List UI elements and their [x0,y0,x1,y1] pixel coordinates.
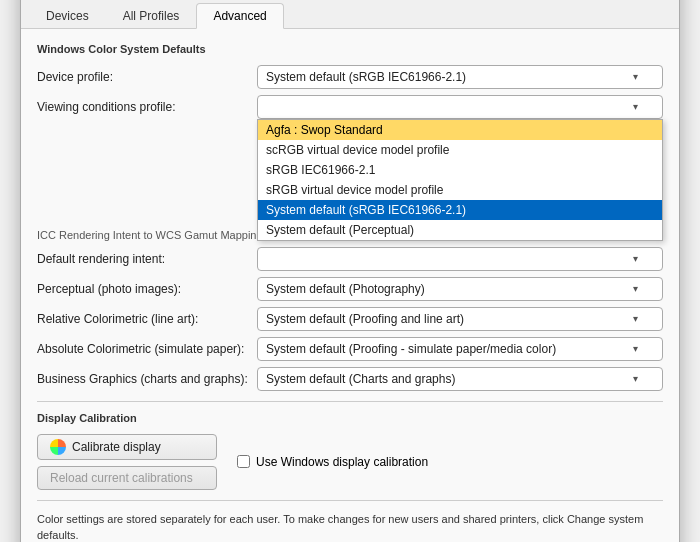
relative-select[interactable]: System default (Proofing and line art) ▾ [257,307,663,331]
absolute-label: Absolute Colorimetric (simulate paper): [37,342,257,356]
calibration-buttons: Calibrate display Reload current calibra… [37,434,217,490]
absolute-control: System default (Proofing - simulate pape… [257,337,663,361]
viewing-conditions-chevron: ▾ [633,101,638,112]
viewing-conditions-row: Viewing conditions profile: ▾ Agfa : Swo… [37,95,663,119]
device-profile-select[interactable]: System default (sRGB IEC61966-2.1) ▾ [257,65,663,89]
reload-label: Reload current calibrations [50,471,193,485]
perceptual-chevron: ▾ [633,283,638,294]
absolute-chevron: ▾ [633,343,638,354]
perceptual-select[interactable]: System default (Photography) ▾ [257,277,663,301]
icc-section: ICC Rendering Intent to WCS Gamut Mappin… [37,229,663,391]
relative-label: Relative Colorimetric (line art): [37,312,257,326]
device-profile-label: Device profile: [37,70,257,84]
viewing-conditions-dropdown: Agfa : Swop Standard scRGB virtual devic… [257,119,663,241]
calibrate-display-button[interactable]: Calibrate display [37,434,217,460]
absolute-row: Absolute Colorimetric (simulate paper): … [37,337,663,361]
business-control: System default (Charts and graphs) ▾ [257,367,663,391]
color-management-window: 🎨 Color Management ─ □ ✕ Devices All Pro… [20,0,680,542]
tab-all-profiles[interactable]: All Profiles [106,3,197,29]
relative-value: System default (Proofing and line art) [266,312,464,326]
relative-chevron: ▾ [633,313,638,324]
windows-calibration-row: Use Windows display calibration [237,455,428,469]
business-chevron: ▾ [633,373,638,384]
device-profile-control: System default (sRGB IEC61966-2.1) ▾ [257,65,663,89]
perceptual-value: System default (Photography) [266,282,425,296]
calibration-section: Display Calibration Calibrate display Re… [37,412,663,490]
business-value: System default (Charts and graphs) [266,372,455,386]
reload-calibrations-button[interactable]: Reload current calibrations [37,466,217,490]
absolute-select[interactable]: System default (Proofing - simulate pape… [257,337,663,361]
dropdown-item-scrgb[interactable]: scRGB virtual device model profile [258,140,662,160]
dropdown-item-system-perceptual[interactable]: System default (Perceptual) [258,220,662,240]
tab-advanced[interactable]: Advanced [196,3,283,29]
default-rendering-control: ▾ [257,247,663,271]
business-row: Business Graphics (charts and graphs): S… [37,367,663,391]
calibration-title: Display Calibration [37,412,663,424]
relative-control: System default (Proofing and line art) ▾ [257,307,663,331]
default-rendering-chevron: ▾ [633,253,638,264]
default-rendering-select[interactable]: ▾ [257,247,663,271]
viewing-conditions-label: Viewing conditions profile: [37,100,257,114]
viewing-conditions-control: ▾ Agfa : Swop Standard scRGB virtual dev… [257,95,663,119]
default-rendering-label: Default rendering intent: [37,252,257,266]
calibrate-label: Calibrate display [72,440,161,454]
dropdown-item-agfa[interactable]: Agfa : Swop Standard [258,120,662,140]
viewing-conditions-select[interactable]: ▾ [257,95,663,119]
relative-row: Relative Colorimetric (line art): System… [37,307,663,331]
dropdown-item-system-srgb[interactable]: System default (sRGB IEC61966-2.1) [258,200,662,220]
perceptual-label: Perceptual (photo images): [37,282,257,296]
use-windows-calibration-checkbox[interactable] [237,455,250,468]
use-windows-calibration-label: Use Windows display calibration [256,455,428,469]
content-area: Windows Color System Defaults Device pro… [21,29,679,543]
device-profile-row: Device profile: System default (sRGB IEC… [37,65,663,89]
footer-text: Color settings are stored separately for… [37,511,663,543]
absolute-value: System default (Proofing - simulate pape… [266,342,556,356]
calibrate-icon [50,439,66,455]
footer-divider [37,500,663,501]
dropdown-item-srgb-virtual[interactable]: sRGB virtual device model profile [258,180,662,200]
tab-devices[interactable]: Devices [29,3,106,29]
divider [37,401,663,402]
perceptual-row: Perceptual (photo images): System defaul… [37,277,663,301]
device-profile-chevron: ▾ [633,71,638,82]
dropdown-item-srgb-iec[interactable]: sRGB IEC61966-2.1 [258,160,662,180]
tab-bar: Devices All Profiles Advanced [21,0,679,29]
business-select[interactable]: System default (Charts and graphs) ▾ [257,367,663,391]
business-label: Business Graphics (charts and graphs): [37,372,257,386]
perceptual-control: System default (Photography) ▾ [257,277,663,301]
device-profile-value: System default (sRGB IEC61966-2.1) [266,70,466,84]
default-rendering-row: Default rendering intent: ▾ [37,247,663,271]
calibration-row: Calibrate display Reload current calibra… [37,434,663,490]
wcs-defaults-title: Windows Color System Defaults [37,43,663,55]
